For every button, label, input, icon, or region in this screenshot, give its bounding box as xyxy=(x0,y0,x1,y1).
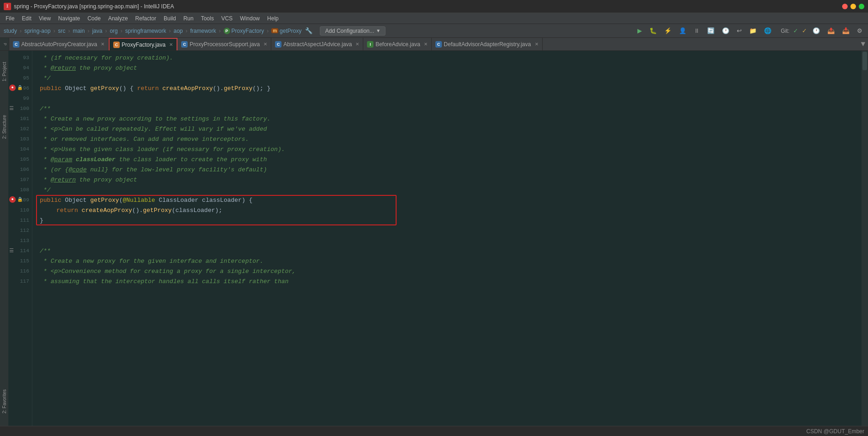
add-configuration-button[interactable]: Add Configuration... ▼ xyxy=(320,26,385,36)
bc-src[interactable]: src xyxy=(58,28,65,34)
project-vertical-label[interactable]: 1: Project xyxy=(1,60,8,85)
code-line-95: */ xyxy=(40,73,862,83)
stop-icon[interactable]: ⏸ xyxy=(692,26,702,35)
fold-114[interactable]: ☰ xyxy=(9,248,14,254)
tab-abstract-auto-proxy[interactable]: C AbstractAutoProxyCreator.java ✕ xyxy=(9,38,109,50)
tab-close-6[interactable]: ✕ xyxy=(535,42,538,47)
tab-proxy-factory[interactable]: C ProxyFactory.java ✕ xyxy=(109,38,177,50)
editor-inner: 93 94 95 ● 🔒 96 99 xyxy=(8,51,868,436)
right-scrollbar[interactable] xyxy=(862,51,868,436)
run-icon[interactable]: ▶ xyxy=(636,26,644,35)
git-settings-icon[interactable]: ⚙ xyxy=(855,26,864,35)
bc-java[interactable]: java xyxy=(92,28,102,34)
left-panel-strip: 1: Project 2: Structure 2: Favorites xyxy=(0,51,8,436)
maximize-btn[interactable] xyxy=(859,4,864,9)
git-check1: ✓ xyxy=(793,27,798,34)
proxyfactory-icon: P xyxy=(224,28,230,34)
fold-100[interactable]: ☰ xyxy=(9,105,14,111)
ln-113: 113 xyxy=(8,236,32,246)
menu-edit[interactable]: Edit xyxy=(18,13,35,24)
menu-navigate[interactable]: Navigate xyxy=(55,13,84,24)
structure-vertical-label[interactable]: 2: Structure xyxy=(1,113,8,143)
ln-93: 93 xyxy=(8,53,32,63)
ln-94: 94 xyxy=(8,63,32,73)
ln-109: ● 🔒 109 xyxy=(8,195,32,205)
wrench-icon: 🔧 xyxy=(305,27,312,34)
git-label: Git: xyxy=(781,28,789,34)
tab-close-4[interactable]: ✕ xyxy=(355,42,359,47)
history-icon[interactable]: 🕐 xyxy=(720,26,731,35)
bc-getproxy-group: m getProxy xyxy=(271,28,301,34)
reload-icon[interactable]: 🔄 xyxy=(705,26,716,35)
git-push-icon[interactable]: 📤 xyxy=(825,26,837,35)
ln-116: 116 xyxy=(8,266,32,276)
vcs-icon[interactable]: 📁 xyxy=(747,26,758,35)
ln-112: 112 xyxy=(8,225,32,236)
ln-117: 117 xyxy=(8,276,32,286)
tab-proxy-processor[interactable]: C ProxyProcessorSupport.java ✕ xyxy=(177,38,271,50)
scroll-thumb[interactable] xyxy=(862,52,867,70)
menu-build[interactable]: Build xyxy=(160,13,180,24)
tab-close-5[interactable]: ✕ xyxy=(424,42,428,47)
minimize-btn[interactable] xyxy=(850,4,856,9)
ln-101: 101 xyxy=(8,114,32,124)
bc-getproxy[interactable]: getProxy xyxy=(280,28,301,34)
bc-springframework[interactable]: springframework xyxy=(125,28,166,34)
bc-aop[interactable]: aop xyxy=(173,28,183,34)
translate-icon[interactable]: 🌐 xyxy=(762,26,773,35)
tab-close-3[interactable]: ✕ xyxy=(263,42,267,47)
menu-file[interactable]: File xyxy=(2,13,18,24)
coverage-icon[interactable]: ⚡ xyxy=(662,26,673,35)
git-history-icon[interactable]: 🕐 xyxy=(811,26,822,35)
tab-close-2[interactable]: ✕ xyxy=(169,42,173,47)
code-line-96: public Object getProxy() { return create… xyxy=(40,83,862,93)
tab-icon-5: I xyxy=(367,41,373,48)
tabs-bar: P C AbstractAutoProxyCreator.java ✕ C Pr… xyxy=(0,38,868,51)
menu-window[interactable]: Window xyxy=(236,13,263,24)
code-line-105: * @param classLoader the class loader to… xyxy=(40,154,862,164)
code-line-111: } xyxy=(40,215,862,225)
code-line-100: /** xyxy=(40,103,862,114)
tab-label-5: BeforeAdvice.java xyxy=(375,41,420,48)
add-config-label: Add Configuration... xyxy=(325,28,374,34)
menu-tools[interactable]: Tools xyxy=(197,13,218,24)
bc-proxyfactory[interactable]: ProxyFactory xyxy=(232,28,264,34)
ln-104: 104 xyxy=(8,144,32,154)
window-controls[interactable] xyxy=(842,4,864,9)
menu-help[interactable]: Help xyxy=(263,13,282,24)
tab-before-advice[interactable]: I BeforeAdvice.java ✕ xyxy=(363,38,432,50)
bc-org[interactable]: org xyxy=(110,28,117,34)
git-pull-icon[interactable]: 📥 xyxy=(840,26,851,35)
ln-99: 99 xyxy=(8,93,32,103)
menu-analyze[interactable]: Analyze xyxy=(104,13,132,24)
debug-icon[interactable]: 🐛 xyxy=(648,26,659,35)
tab-abstract-aspect[interactable]: C AbstractAspectJAdvice.java ✕ xyxy=(271,38,363,50)
ln-110: 110 xyxy=(8,205,32,215)
code-editor[interactable]: * (if necessary for proxy creation). * @… xyxy=(32,51,862,436)
menu-bar: File Edit View Navigate Code Analyze Ref… xyxy=(0,13,868,24)
bc-spring-aop[interactable]: spring-aop xyxy=(24,28,51,34)
close-btn[interactable] xyxy=(842,4,848,9)
bc-framework[interactable]: framework xyxy=(190,28,216,34)
breakpoint-96[interactable]: ● xyxy=(9,85,16,91)
code-line-103: * or removed interfaces. Can add and rem… xyxy=(40,134,862,144)
bc-main[interactable]: main xyxy=(73,28,85,34)
profile-icon[interactable]: 👤 xyxy=(677,26,688,35)
line-numbers-gutter: 93 94 95 ● 🔒 96 99 xyxy=(8,51,32,436)
menu-code[interactable]: Code xyxy=(84,13,104,24)
favorites-vertical-label[interactable]: 2: Favorites xyxy=(1,388,8,418)
menu-run[interactable]: Run xyxy=(180,13,197,24)
bc-study[interactable]: study xyxy=(4,28,17,34)
tab-default-advisor[interactable]: C DefaultAdvisorAdapterRegistry.java ✕ xyxy=(432,38,543,50)
menu-vcs[interactable]: VCS xyxy=(218,13,237,24)
nav-right-controls: ▶ 🐛 ⚡ 👤 ⏸ 🔄 🕐 ↩ 📁 🌐 Git: ✓ ✓ 🕐 📤 📥 ⚙ xyxy=(636,26,864,35)
tabs-expand-button[interactable]: ▼ xyxy=(858,38,868,50)
nav-bar: study › spring-aop › src › main › java ›… xyxy=(0,24,868,38)
menu-view[interactable]: View xyxy=(35,13,55,24)
menu-refactor[interactable]: Refactor xyxy=(132,13,160,24)
code-line-104: * <p>Uses the given class loader (if nec… xyxy=(40,144,862,154)
editor-container: 93 94 95 ● 🔒 96 99 xyxy=(8,51,868,436)
back-icon[interactable]: ↩ xyxy=(735,26,744,35)
tab-close-1[interactable]: ✕ xyxy=(101,42,104,47)
breakpoint-109[interactable]: ● xyxy=(9,196,16,203)
